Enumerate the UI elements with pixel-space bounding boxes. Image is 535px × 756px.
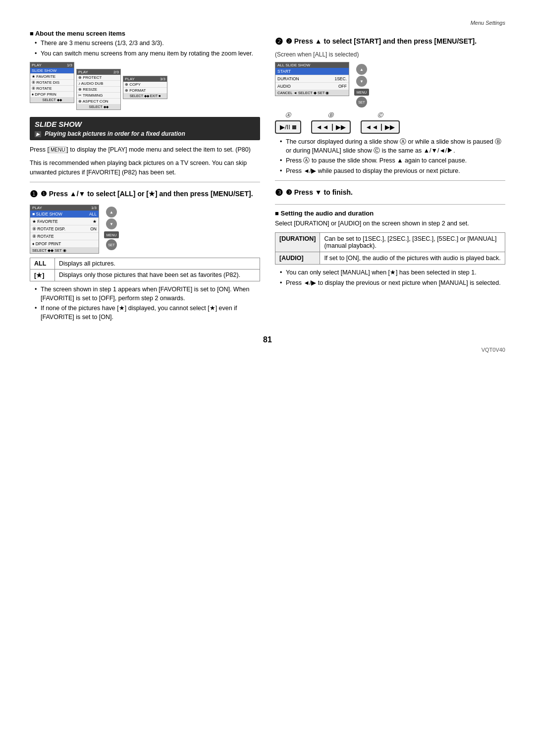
page-number: 81 (30, 335, 505, 344)
about-title: ■ About the menu screen items (30, 30, 260, 37)
choice-key-star: [★] (30, 270, 55, 281)
step1-bullets: The screen shown in step 1 appears when … (35, 285, 260, 322)
step3-bullets: You can only select [MANUAL] when [★] ha… (280, 269, 505, 287)
step2-menu-label: MENU (354, 89, 369, 96)
choice-key-all: ALL (30, 258, 55, 270)
nav-down-btn[interactable]: ▼ (106, 218, 117, 229)
choice-row-star: [★] Displays only those pictures that ha… (30, 270, 260, 281)
about-bullets: There are 3 menu screens (1/3, 2/3 and 3… (35, 39, 260, 58)
step2-header: ❷ ❷ Press ▲ to select [START] and then p… (275, 36, 505, 48)
menu-screen-1: PLAY1/3 SLIDE SHOW ★ FAVORITE ⑧ ROTATE D… (30, 62, 74, 103)
step2-nav-up[interactable]: ▲ (356, 64, 367, 75)
menu-screens: PLAY1/3 SLIDE SHOW ★ FAVORITE ⑧ ROTATE D… (30, 62, 260, 110)
choice-val-star: Displays only those pictures that have b… (55, 270, 260, 281)
step2-sub: (Screen when [ALL] is selected) (275, 51, 505, 58)
rewind-fwd-btn-c: ◄◄ ▶▶ (361, 120, 400, 134)
all-slide-screen: ALL SLIDE SHOW START DURATION1SEC. AUDIO… (275, 62, 349, 96)
step2-bullet-1: The cursor displayed during a slide show… (280, 138, 505, 155)
dur-val-audio: If set to [ON], the audio of the picture… (320, 252, 505, 265)
about-bullet-2: You can switch menu screens from any men… (35, 50, 260, 58)
step1-play-screen: PLAY1/3 ■ SLIDE SHOWALL ★ FAVORITE★ ⑧ RO… (30, 205, 99, 254)
body-text-1: Press [MENU] to display the [PLAY] mode … (30, 145, 260, 155)
setting-body: Select [DURATION] or [AUDIO] on the scre… (275, 219, 505, 228)
choice-val-all: Displays all pictures. (55, 258, 260, 270)
step2-bullets: The cursor displayed during a slide show… (280, 138, 505, 175)
step3-header: ❸ ❸ Press ▼ to finish. (275, 187, 505, 199)
choice-row-all: ALL Displays all pictures. (30, 258, 260, 270)
step1-screen-area: PLAY1/3 ■ SLIDE SHOWALL ★ FAVORITE★ ⑧ RO… (30, 205, 260, 254)
rewind-fwd-btn-b: ◄◄ ▶▶ (311, 120, 351, 134)
slide-show-box: SLIDE SHOW ▶ Playing back pictures in or… (30, 117, 260, 140)
slide-show-subtitle: ▶ Playing back pictures in order for a f… (35, 130, 255, 137)
step2-nav-down[interactable]: ▼ (356, 76, 367, 87)
step2-set-btn[interactable]: SET (356, 97, 367, 108)
abc-item-c: Ⓒ ◄◄ ▶▶ (361, 111, 400, 134)
step1-bullet-2: If none of the pictures have [★] display… (35, 304, 260, 322)
menu-screen-3: PLAY3/3 ⊕ COPY ⊕ FORMAT SELECT ◆◆ EXIT ■ (123, 76, 167, 99)
choice-table: ALL Displays all pictures. [★] Displays … (30, 258, 260, 281)
page-code: VQT0V40 (30, 347, 505, 353)
step1-header: ❶ ❶ Press ▲/▼ to select [ALL] or [★] and… (30, 188, 260, 201)
abc-item-a: Ⓐ ▶/II (275, 111, 301, 134)
dur-row-duration: [DURATION] Can be set to [1SEC.], [2SEC.… (275, 233, 505, 252)
left-column: ■ About the menu screen items There are … (30, 30, 260, 325)
page-header: Menu Settings (30, 20, 505, 26)
dur-key-duration: [DURATION] (275, 233, 320, 252)
dur-val-duration: Can be set to [1SEC.], [2SEC.], [3SEC.],… (320, 233, 505, 252)
step3-bullet-1: You can only select [MANUAL] when [★] ha… (280, 269, 505, 277)
step2-nav-buttons: ▲ ▼ MENU SET (354, 64, 369, 108)
right-column: ❷ ❷ Press ▲ to select [START] and then p… (275, 30, 505, 325)
abc-icons: Ⓐ ▶/II Ⓑ ◄◄ ▶▶ Ⓒ ◄◄ ▶▶ (275, 111, 505, 134)
menu-screen-2: PLAY2/3 ⊕ PROTECT ♪ AUDIO DUB ⊕ RESIZE ✂… (76, 69, 121, 110)
step1-nav-buttons: ▲ ▼ MENU SET (104, 207, 119, 250)
step3-bullet-2: Press ◄/▶ to display the previous or nex… (280, 279, 505, 288)
nav-set-btn[interactable]: SET (106, 239, 117, 250)
step2-bullet-3: Press ◄/▶ while paused to display the pr… (280, 167, 505, 176)
dur-row-audio: [AUDIO] If set to [ON], the audio of the… (275, 252, 505, 265)
step2-bullet-2: Press Ⓐ to pause the slide show. Press ▲… (280, 157, 505, 165)
about-bullet-1: There are 3 menu screens (1/3, 2/3 and 3… (35, 39, 260, 48)
dur-key-audio: [AUDIO] (275, 252, 320, 265)
nav-menu-label: MENU (104, 231, 119, 238)
setting-title: ■ Setting the audio and duration (275, 210, 505, 217)
abc-item-b: Ⓑ ◄◄ ▶▶ (311, 111, 351, 134)
nav-up-btn[interactable]: ▲ (106, 207, 117, 217)
duration-audio-table: [DURATION] Can be set to [1SEC.], [2SEC.… (275, 232, 505, 265)
slide-show-title: SLIDE SHOW (35, 120, 255, 128)
play-pause-btn: ▶/II (275, 120, 301, 134)
step2-area: ALL SLIDE SHOW START DURATION1SEC. AUDIO… (275, 62, 505, 108)
step1-bullet-1: The screen shown in step 1 appears when … (35, 285, 260, 303)
body-text-2: This is recommended when playing back pi… (30, 159, 260, 177)
